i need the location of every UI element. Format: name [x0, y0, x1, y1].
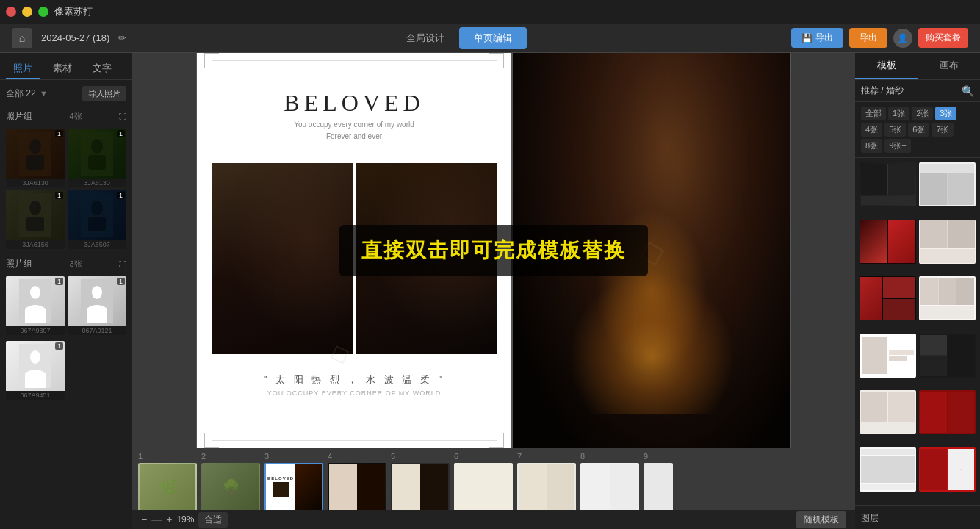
page-item-9[interactable]: 9 [644, 452, 673, 511]
import-button[interactable]: 导入照片 [82, 86, 126, 101]
count-6[interactable]: 6张 [908, 123, 929, 137]
titlebar-left: 像素苏打 [6, 5, 93, 18]
svg-rect-5 [88, 155, 106, 170]
photos-count: 全部 22 ▼ [6, 87, 48, 100]
user-avatar[interactable]: 👤 [893, 29, 912, 48]
layers-label: 图层 [861, 513, 879, 523]
page-preview-8[interactable] [580, 463, 639, 511]
count-2[interactable]: 2张 [912, 107, 933, 120]
page-num-7: 7 [517, 452, 576, 461]
export-button[interactable]: 导出 [849, 28, 887, 48]
page-preview-1[interactable]: 🌿 [138, 463, 197, 511]
save-button[interactable]: 💾 导出 [791, 28, 843, 48]
close-button[interactable] [6, 7, 16, 17]
panel-tab-template[interactable]: 模板 [855, 53, 918, 79]
group2-expand-icon[interactable]: ⛶ [119, 260, 126, 268]
template-1[interactable] [860, 162, 916, 206]
count-7[interactable]: 7张 [932, 123, 953, 137]
count-4[interactable]: 4张 [861, 123, 882, 137]
panel-tab-canvas[interactable]: 画布 [918, 53, 980, 79]
photo-name-6: 067A0121 [68, 326, 126, 335]
corner-br [489, 433, 504, 448]
edit-icon[interactable]: ✏ [118, 32, 126, 43]
template-4[interactable] [919, 220, 976, 264]
tab-global-design[interactable]: 全局设计 [392, 27, 459, 49]
photo-name-2: 3JA6130 [68, 179, 126, 187]
filter-label: 推荐 / 婚纱 [861, 84, 904, 97]
page-item-4[interactable]: 4 [328, 452, 386, 511]
photo-name-5: 067A9307 [6, 326, 65, 335]
home-button[interactable]: ⌂ [12, 28, 32, 48]
count-8[interactable]: 8张 [861, 139, 882, 153]
count-1[interactable]: 1张 [888, 107, 909, 120]
sidebar-tab-material[interactable]: 素材 [46, 59, 79, 79]
svg-point-15 [92, 286, 102, 299]
buy-button[interactable]: 购买套餐 [918, 28, 968, 48]
count-9plus[interactable]: 9张+ [884, 139, 911, 153]
page-preview-9[interactable] [644, 463, 673, 511]
maximize-button[interactable] [38, 7, 48, 17]
photo-thumb-4[interactable]: 1 3JA6507 [68, 190, 126, 249]
canvas-wrapper: BELOVED You occupy every corner of my wo… [132, 53, 855, 448]
photo-badge-7: 1 [55, 342, 63, 350]
sidebar-tab-text[interactable]: 文字 [85, 59, 119, 79]
bottom-border2 [212, 433, 497, 433]
random-template-button[interactable]: 随机模板 [796, 511, 846, 528]
template-5[interactable] [860, 276, 916, 320]
page-preview-4[interactable] [328, 463, 386, 511]
page-num-6: 6 [454, 452, 513, 461]
photo-thumb-7[interactable]: 1 067A9451 [6, 341, 65, 400]
group1-expand-icon[interactable]: ⛶ [119, 112, 126, 120]
search-icon[interactable]: 🔍 [962, 85, 974, 97]
photo-thumb-5[interactable]: 1 067A9307 [6, 276, 65, 335]
page-item-3[interactable]: 3 BELOVED [264, 452, 323, 511]
photo-thumb-3[interactable]: 1 3JA6156 [6, 190, 65, 249]
page-item-8[interactable]: 8 [580, 452, 639, 511]
page-item-1[interactable]: 1 🌿 [138, 452, 197, 511]
page-item-2[interactable]: 2 🌳 [201, 452, 260, 511]
template-6[interactable] [919, 276, 976, 320]
zoom-separator: — [151, 514, 162, 525]
page-item-5[interactable]: 5 [391, 452, 450, 511]
page-item-7[interactable]: 7 [517, 452, 576, 511]
group2-label: 照片组 [6, 258, 32, 270]
count-all[interactable]: 全部 [861, 107, 886, 120]
page-preview-2[interactable]: 🌳 [201, 463, 260, 511]
template-10[interactable] [919, 390, 976, 434]
template-2[interactable] [919, 162, 976, 206]
quote-en: YOU OCCUPY EVERY CORNER OF MY WORLD [197, 389, 511, 397]
zoom-minus-button[interactable]: − [141, 514, 147, 525]
svg-point-7 [29, 201, 41, 215]
photo-grid-1: 1 3JA6130 1 3JA6130 1 3JA6156 [6, 129, 126, 249]
toolbar-right: 💾 导出 导出 👤 购买套餐 [791, 28, 968, 48]
page-item-6[interactable]: 6 [454, 452, 513, 511]
page-preview-6[interactable] [454, 463, 513, 511]
panel-bottom: 图层 [855, 505, 980, 529]
page-preview-3[interactable]: BELOVED [264, 463, 323, 511]
template-7[interactable] [860, 334, 916, 378]
minimize-button[interactable] [22, 7, 32, 17]
tab-page-edit[interactable]: 单页编辑 [459, 27, 527, 49]
template-12[interactable]: · [919, 447, 976, 492]
page-subtitle: You occupy every corner of my world Fore… [197, 119, 511, 143]
template-8[interactable] [919, 334, 976, 378]
template-9[interactable] [860, 390, 916, 434]
template-3[interactable] [860, 220, 916, 264]
corner-tl [204, 53, 219, 68]
photo-thumb-6[interactable]: 1 067A0121 [68, 276, 126, 335]
svg-rect-8 [26, 217, 44, 231]
page-num-2: 2 [201, 452, 260, 461]
page-preview-7[interactable] [517, 463, 576, 511]
photo-thumb-2[interactable]: 1 3JA6130 [68, 129, 126, 187]
photo-thumb-1[interactable]: 1 3JA6130 [6, 129, 65, 187]
collage-photo-left[interactable] [212, 163, 353, 354]
sidebar-tab-photos[interactable]: 照片 [6, 59, 40, 79]
count-3[interactable]: 3张 [935, 107, 956, 120]
bottom-border [212, 440, 497, 441]
fit-button[interactable]: 合适 [198, 512, 228, 528]
template-grid: · [855, 158, 980, 505]
count-5[interactable]: 5张 [884, 123, 906, 137]
template-11[interactable] [860, 447, 916, 492]
zoom-plus-button[interactable]: + [166, 514, 172, 525]
page-preview-5[interactable] [391, 463, 450, 511]
